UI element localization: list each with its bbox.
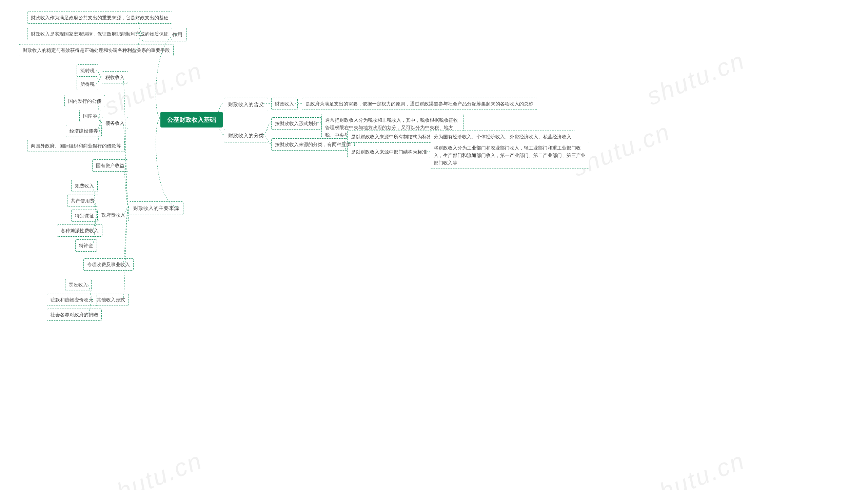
node-debt[interactable]: 债务收入 xyxy=(102,117,128,129)
node-meaning-child[interactable]: 财政收入 xyxy=(271,98,298,110)
node-classify-s1-desc[interactable]: 分为国有经济收入、个体经济收入、外资经济收入、私营经济收入 xyxy=(430,131,575,143)
node-asset[interactable]: 国有资产收益 xyxy=(92,159,128,172)
node-classify-s2[interactable]: 是以财政收入来源中部门结构为标准 xyxy=(347,146,431,158)
node-other-0[interactable]: 罚没收入 xyxy=(65,279,92,291)
node-fee-0[interactable]: 规费收入 xyxy=(71,180,98,192)
node-debt-3[interactable]: 向国外政府、国际组织和商业银行的借款等 xyxy=(27,140,125,152)
node-other-1[interactable]: 赃款和赃物变价收入 xyxy=(47,294,97,306)
node-classify-s1[interactable]: 是以财政收入来源中所有制结构为标准 xyxy=(347,131,435,143)
node-debt-0[interactable]: 国内发行的公债 xyxy=(64,95,105,107)
center-node[interactable]: 公基财政收入基础 xyxy=(160,112,223,128)
node-sources[interactable]: 财政收入的主要来源 xyxy=(129,201,183,215)
node-debt-1[interactable]: 国库券 xyxy=(79,110,101,122)
watermark: shutu.cn xyxy=(100,446,206,490)
connectors xyxy=(0,0,868,490)
node-other-2[interactable]: 社会各界对政府的捐赠 xyxy=(47,309,102,321)
node-fee-2[interactable]: 特别课征 xyxy=(71,210,98,222)
node-classify-s2-desc[interactable]: 将财政收入分为工业部门和农业部门收入，轻工业部门和重工业部门收入，生产部门和流通… xyxy=(430,142,589,169)
node-fee[interactable]: 政府费收入 xyxy=(98,209,129,221)
node-meaning[interactable]: 财政收入的含义 xyxy=(224,98,268,111)
node-fee-3[interactable]: 各种摊派性费收入 xyxy=(57,224,102,237)
node-fee-4[interactable]: 特许金 xyxy=(75,239,97,252)
node-classify[interactable]: 财政收入的分类 xyxy=(224,129,268,142)
watermark: shutu.cn xyxy=(643,46,749,111)
node-fee-1[interactable]: 共产使用费 xyxy=(67,195,98,207)
node-classify-bysource[interactable]: 按财政收入来源的分类，有两种亚类 xyxy=(271,138,355,151)
node-role-item-0[interactable]: 财政收入作为满足政府公共支出的重要来源，它是财政支出的基础 xyxy=(27,12,172,24)
node-role-item-1[interactable]: 财政收入是实现国家宏观调控，保证政府职能顺利完成的物质保证 xyxy=(27,28,172,40)
node-meaning-desc[interactable]: 是政府为满足支出的需要，依据一定权力的原则，通过财政渠道参与社会产品分配筹集起来… xyxy=(302,98,537,110)
watermark: shutu.cn xyxy=(643,446,749,490)
watermark: shutu.cn xyxy=(100,56,206,121)
node-special[interactable]: 专项收费及事业收入 xyxy=(83,258,134,271)
node-other[interactable]: 其他收入形式 xyxy=(93,294,129,306)
node-debt-2[interactable]: 经济建设债券 xyxy=(66,125,102,137)
node-role-item-2[interactable]: 财政收入的稳定与有效获得是正确处理和协调各种利益关系的重要手段 xyxy=(19,44,174,56)
node-classify-byform[interactable]: 按财政收入形式划分 xyxy=(271,117,321,130)
node-tax[interactable]: 税收收入 xyxy=(102,71,128,83)
node-tax-1[interactable]: 所得税 xyxy=(77,78,98,90)
node-tax-0[interactable]: 流转税 xyxy=(77,64,98,77)
